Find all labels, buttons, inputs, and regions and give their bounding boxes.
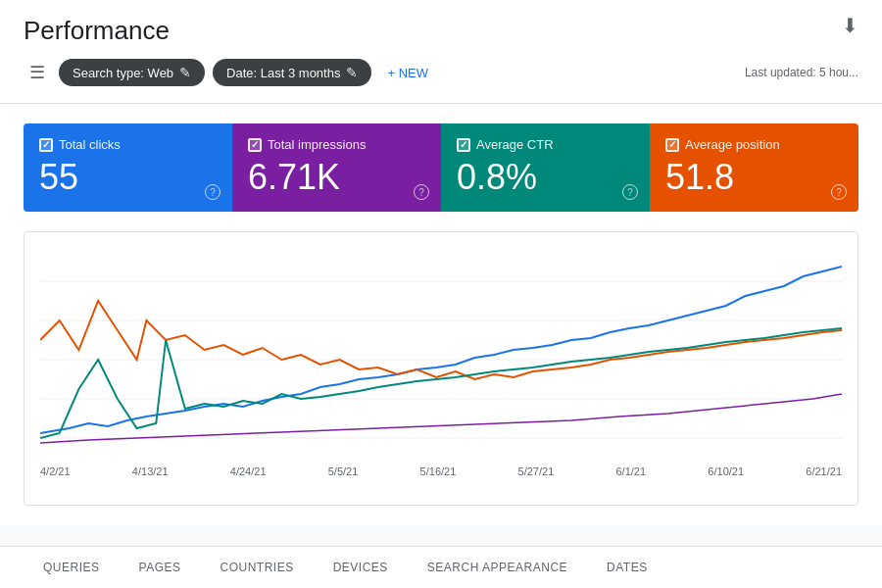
x-label-5: 5/27/21 bbox=[518, 466, 555, 477]
metric-info-ctr[interactable]: ? bbox=[622, 184, 638, 200]
metric-total-clicks: Total clicks 55 ? bbox=[24, 123, 232, 212]
x-axis-labels: 4/2/21 4/13/21 4/24/21 5/5/21 5/16/21 5/… bbox=[40, 462, 842, 477]
x-label-3: 5/5/21 bbox=[328, 466, 359, 477]
metric-average-position: Average position 51.8 ? bbox=[650, 123, 858, 212]
toolbar: ☰ Search type: Web ✎ Date: Last 3 months… bbox=[24, 58, 858, 95]
metric-label-ctr: Average CTR bbox=[476, 137, 554, 152]
edit-icon: ✎ bbox=[179, 65, 191, 80]
x-label-4: 5/16/21 bbox=[420, 466, 457, 477]
metric-value-ctr: 0.8% bbox=[457, 160, 634, 195]
metric-label-impressions: Total impressions bbox=[268, 137, 366, 152]
x-label-8: 6/21/21 bbox=[806, 466, 842, 477]
page-title: Performance bbox=[24, 16, 858, 46]
x-label-6: 6/1/21 bbox=[616, 466, 647, 477]
metric-label-position: Average position bbox=[685, 137, 780, 152]
bottom-tabs: QUERIES PAGES COUNTRIES DEVICES SEARCH A… bbox=[0, 546, 882, 588]
last-updated-text: Last updated: 5 hou... bbox=[745, 66, 858, 79]
date-filter-label: Date: Last 3 months bbox=[226, 66, 340, 80]
download-button[interactable]: ⬇ bbox=[842, 14, 858, 37]
tab-queries[interactable]: QUERIES bbox=[24, 547, 120, 588]
search-type-label: Search type: Web bbox=[73, 66, 173, 80]
metric-value-clicks: 55 bbox=[39, 160, 217, 195]
filter-icon: ☰ bbox=[29, 62, 45, 83]
metric-label-row-impressions: Total impressions bbox=[248, 137, 425, 152]
metric-label-row-ctr: Average CTR bbox=[457, 137, 634, 152]
chart-area: 4/2/21 4/13/21 4/24/21 5/5/21 5/16/21 5/… bbox=[24, 231, 858, 506]
x-label-0: 4/2/21 bbox=[40, 466, 71, 477]
metric-total-impressions: Total impressions 6.71K ? bbox=[232, 123, 441, 212]
metrics-row: Total clicks 55 ? Total impressions 6.71… bbox=[24, 123, 858, 212]
x-label-7: 6/10/21 bbox=[708, 466, 744, 477]
metric-average-ctr: Average CTR 0.8% ? bbox=[441, 123, 650, 212]
x-label-1: 4/13/21 bbox=[132, 466, 169, 477]
tab-search-appearance[interactable]: SEARCH APPEARANCE bbox=[408, 547, 587, 588]
new-button[interactable]: + NEW bbox=[379, 60, 436, 86]
tab-countries[interactable]: COUNTRIES bbox=[200, 547, 313, 588]
metric-checkbox-ctr[interactable] bbox=[457, 138, 470, 152]
search-type-button[interactable]: Search type: Web ✎ bbox=[59, 59, 205, 86]
x-label-2: 4/24/21 bbox=[230, 466, 267, 477]
filter-button[interactable]: ☰ bbox=[24, 58, 51, 87]
metric-value-position: 51.8 bbox=[665, 160, 843, 195]
metric-info-clicks[interactable]: ? bbox=[205, 184, 220, 200]
download-icon: ⬇ bbox=[842, 15, 858, 36]
edit-icon-date: ✎ bbox=[346, 65, 358, 80]
metric-info-impressions[interactable]: ? bbox=[414, 184, 429, 200]
tab-dates[interactable]: DATES bbox=[587, 547, 667, 588]
main-content: Total clicks 55 ? Total impressions 6.71… bbox=[0, 104, 882, 525]
header: Performance ☰ Search type: Web ✎ Date: L… bbox=[0, 0, 882, 104]
tab-devices[interactable]: DEVICES bbox=[314, 547, 408, 588]
metric-checkbox-impressions[interactable] bbox=[248, 138, 262, 152]
metric-info-position[interactable]: ? bbox=[831, 184, 847, 200]
metric-value-impressions: 6.71K bbox=[248, 160, 425, 195]
metric-label-clicks: Total clicks bbox=[59, 137, 121, 152]
new-button-label: + NEW bbox=[387, 66, 428, 80]
metric-label-row-position: Average position bbox=[665, 137, 843, 152]
metric-label-row-clicks: Total clicks bbox=[39, 137, 217, 152]
chart-svg bbox=[40, 242, 842, 458]
metric-checkbox-clicks[interactable] bbox=[39, 138, 53, 152]
metric-checkbox-position[interactable] bbox=[665, 138, 679, 152]
tab-pages[interactable]: PAGES bbox=[120, 547, 201, 588]
date-filter-button[interactable]: Date: Last 3 months ✎ bbox=[213, 59, 371, 86]
